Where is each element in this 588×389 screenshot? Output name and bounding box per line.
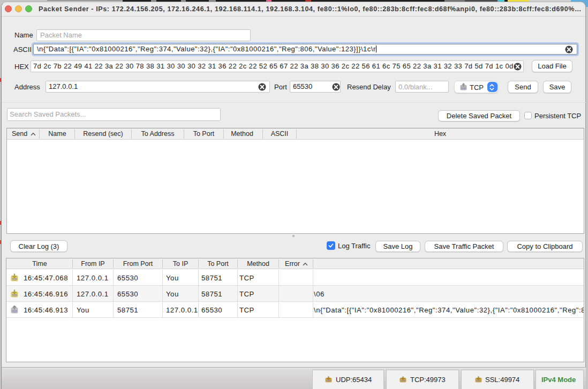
svg-text:TCP: TCP [461,87,466,90]
svg-text:TCP: TCP [12,278,17,281]
svg-text:UDP: UDP [326,379,331,382]
svg-text:TCP: TCP [12,310,17,313]
svg-text:TCP: TCP [401,379,405,382]
svg-text:SSL: SSL [477,379,481,382]
svg-text:TCP: TCP [12,294,17,297]
